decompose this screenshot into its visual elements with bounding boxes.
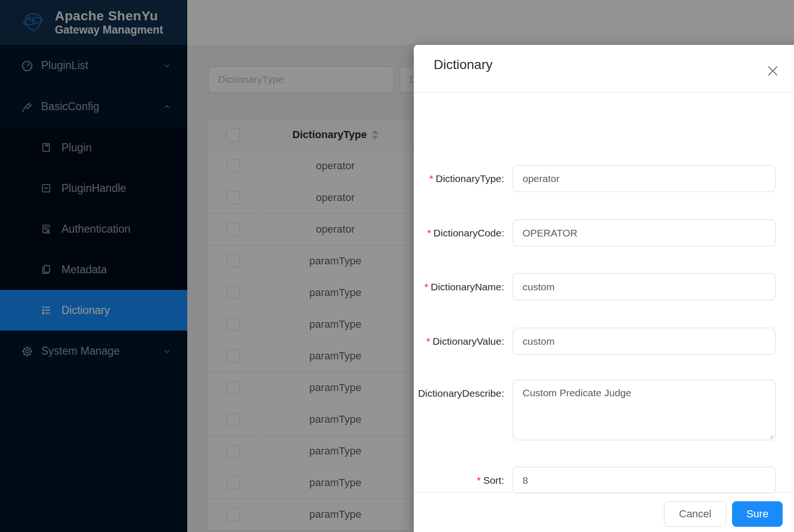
dictionary-type-field[interactable] (513, 165, 776, 192)
dictionary-value-field[interactable] (513, 328, 776, 355)
dictionary-modal: Dictionary *DictionaryType: *DictionaryC… (414, 45, 794, 532)
dictionary-describe-field[interactable]: Custom Predicate Judge (513, 380, 776, 440)
required-asterisk: * (426, 336, 430, 347)
modal-title: Dictionary (434, 57, 492, 72)
sort-field[interactable] (513, 467, 776, 494)
cancel-button[interactable]: Cancel (664, 501, 726, 527)
field-label: *DictionaryType: (414, 165, 504, 192)
dictionary-name-field[interactable] (513, 273, 776, 300)
app-root: Apache ShenYu Gateway Managment PluginLi… (0, 0, 794, 532)
required-asterisk: * (427, 227, 431, 238)
field-label: *DictionaryValue: (414, 328, 504, 355)
sure-button[interactable]: Sure (732, 501, 783, 527)
field-label: DictionaryDescribe: (414, 380, 504, 407)
field-label: *Sort: (414, 467, 504, 494)
required-asterisk: * (425, 281, 428, 292)
close-icon[interactable] (766, 64, 780, 78)
required-asterisk: * (429, 173, 433, 184)
dictionary-code-field[interactable] (513, 219, 776, 246)
modal-footer: Cancel Sure (414, 492, 794, 532)
modal-header: Dictionary (414, 45, 794, 93)
field-label: *DictionaryCode: (414, 219, 504, 246)
field-label: *DictionaryName: (414, 273, 504, 300)
required-asterisk: * (477, 475, 480, 486)
